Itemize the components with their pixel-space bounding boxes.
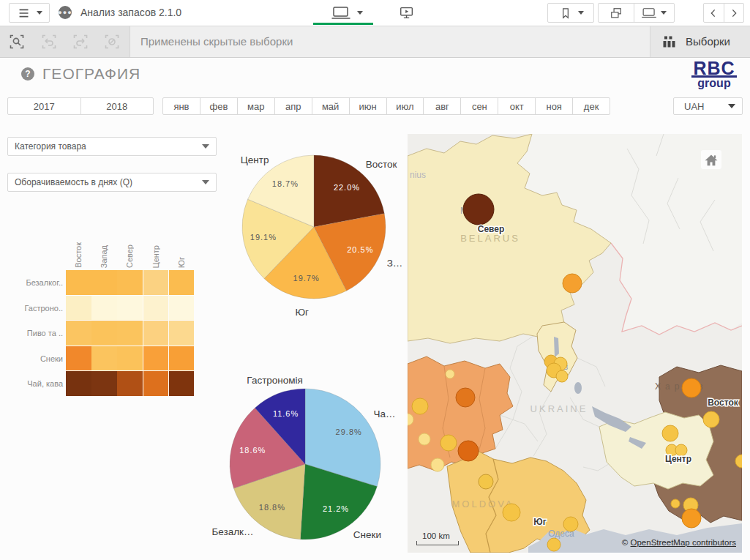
heatmap-cell[interactable] — [169, 270, 195, 295]
heatmap-cell[interactable] — [66, 270, 91, 295]
rbc-logo: RBC group — [686, 61, 742, 89]
map-bubble[interactable] — [463, 194, 494, 225]
map-bubble[interactable] — [682, 509, 701, 528]
heatmap-cell[interactable] — [117, 270, 143, 295]
map-bubble[interactable] — [440, 435, 457, 451]
heatmap-col-label: Юг — [177, 257, 187, 268]
heatmap-column-labels: ВостокЗападСеверЦентрЮг — [66, 236, 195, 268]
map-bubble[interactable] — [419, 433, 430, 445]
turnover-dropdown-label: Оборачиваемость в днях (Q) — [15, 177, 202, 187]
pie-pct-label: 21.2% — [323, 504, 349, 513]
heatmap-cell[interactable] — [66, 371, 91, 396]
month-cell[interactable]: май — [312, 98, 349, 114]
map-bubble[interactable] — [412, 398, 428, 414]
prev-sheet-button[interactable] — [704, 4, 724, 22]
heatmap-cell[interactable] — [143, 270, 169, 295]
month-cell[interactable]: дек — [572, 98, 610, 114]
question-icon: ? — [25, 69, 30, 79]
heatmap-cell[interactable] — [143, 346, 169, 371]
year-cell[interactable]: 2018 — [80, 98, 154, 114]
map-bubble[interactable] — [563, 517, 578, 531]
map-bubble[interactable] — [703, 411, 719, 428]
heatmap-cell[interactable] — [169, 296, 195, 321]
map-bubble[interactable] — [563, 274, 582, 293]
heatmap-cell[interactable] — [169, 321, 195, 346]
redo-button[interactable] — [72, 33, 89, 51]
selections-message: Применены скрытые выборки — [130, 26, 650, 57]
pie-outer-label: Юг — [295, 307, 309, 318]
heatmap-cell[interactable] — [117, 296, 143, 321]
month-cell[interactable]: янв — [163, 98, 200, 114]
heatmap-col-label: Север — [125, 244, 135, 268]
hamburger-icon — [16, 5, 32, 21]
sheet-list-button[interactable] — [634, 4, 674, 22]
smart-search-button[interactable] — [8, 33, 26, 51]
home-button[interactable] — [701, 150, 721, 169]
bookmark-icon — [558, 6, 573, 20]
pie-pct-label: 29.8% — [336, 428, 362, 436]
pie-outer-label: Гастрономія — [247, 375, 303, 386]
currency-dropdown[interactable]: UAH — [673, 97, 743, 115]
map-bubble[interactable] — [556, 370, 568, 382]
month-cell[interactable]: июн — [349, 98, 386, 114]
turnover-dropdown[interactable]: Оборачиваемость в днях (Q) — [7, 173, 217, 192]
heatmap-cell[interactable] — [91, 371, 117, 396]
heatmap-cell[interactable] — [91, 346, 117, 371]
undo-button[interactable] — [40, 33, 58, 51]
heatmap-cell[interactable] — [91, 270, 117, 295]
month-cell[interactable]: ноя — [535, 98, 572, 114]
map[interactable]: niusМинскBELARUSКиївUKRAINEMOLDOVAХарків… — [408, 134, 742, 553]
month-cell[interactable]: авг — [423, 98, 460, 114]
selections-tool-button[interactable]: Выборки — [650, 26, 750, 57]
pie-pct-label: 19.1% — [250, 233, 277, 242]
map-bubble[interactable] — [662, 425, 678, 441]
year-cell[interactable]: 2017 — [8, 98, 80, 114]
duplicate-button[interactable] — [599, 4, 634, 22]
map-scale-label: 100 km — [422, 531, 459, 540]
current-sheet-button[interactable] — [331, 5, 351, 21]
heatmap-cell[interactable] — [117, 371, 143, 396]
heatmap-cell[interactable] — [169, 371, 195, 396]
map-bubble[interactable] — [446, 370, 454, 378]
map-bubble[interactable] — [458, 441, 479, 461]
app-toolbar: ●●● Анализ запасов 2.1.0 — [0, 0, 750, 26]
map-bubble[interactable] — [503, 504, 520, 521]
map-bubble[interactable] — [671, 499, 680, 508]
heatmap-cell[interactable] — [66, 321, 91, 346]
bookmark-button[interactable] — [547, 3, 594, 23]
heatmap-cell[interactable] — [66, 346, 91, 371]
next-sheet-button[interactable] — [724, 4, 744, 22]
map-bubble[interactable] — [682, 378, 701, 397]
pie-pct-label: 18.8% — [259, 503, 285, 512]
category-dropdown[interactable]: Категория товара — [7, 137, 217, 156]
heatmap-cell[interactable] — [91, 321, 117, 346]
clear-selections-button[interactable] — [103, 33, 121, 51]
heatmap-cell[interactable] — [143, 296, 169, 321]
month-cell[interactable]: июл — [386, 98, 424, 114]
map-bubble[interactable] — [456, 388, 475, 407]
month-cell[interactable]: мар — [237, 98, 274, 114]
heatmap-row-label: Безалког.. — [4, 278, 63, 287]
map-bubble[interactable] — [547, 538, 560, 551]
heatmap-row-label: Снеки — [4, 354, 63, 363]
heatmap-cell[interactable] — [169, 346, 195, 371]
heatmap-cell[interactable] — [117, 321, 143, 346]
month-cell[interactable]: апр — [274, 98, 312, 114]
heatmap-cell[interactable] — [143, 321, 169, 346]
years-listbox: 20172018 — [7, 97, 154, 115]
heatmap-cell[interactable] — [143, 371, 169, 396]
osm-link[interactable]: OpenStreetMap contributors — [631, 538, 736, 547]
month-cell[interactable]: сен — [460, 98, 498, 114]
map-marker-label: Восток — [708, 397, 739, 408]
heatmap-cell[interactable] — [117, 346, 143, 371]
month-cell[interactable]: фев — [200, 98, 237, 114]
menu-button[interactable] — [9, 3, 50, 23]
map-bubble[interactable] — [479, 474, 493, 489]
heatmap-cell[interactable] — [66, 296, 91, 321]
chevron-down-icon[interactable] — [357, 11, 363, 15]
map-bubble[interactable] — [431, 458, 444, 471]
presentation-button[interactable] — [399, 5, 415, 21]
month-cell[interactable]: окт — [498, 98, 535, 114]
help-button[interactable]: ? — [21, 67, 34, 81]
heatmap-cell[interactable] — [91, 296, 117, 321]
